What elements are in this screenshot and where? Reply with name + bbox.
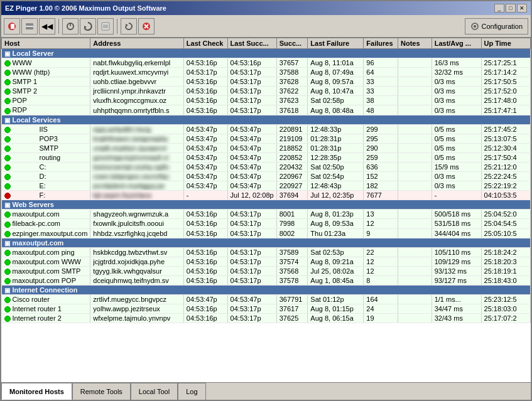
lastcheck-cell: 04:53:16p	[183, 228, 227, 238]
table-row[interactable]: maxoutput.com POP dceiquhmwq.teifnydm.sv…	[2, 275, 531, 285]
succ-cell: 8001	[276, 210, 308, 219]
table-row[interactable]: POP3 krqkhfoawci.seejpnwpby 04:53:47p 04…	[2, 134, 531, 143]
uptime-cell: 25:22:24:5	[481, 172, 530, 181]
status-dot	[4, 297, 11, 303]
col-address[interactable]: Address	[90, 38, 183, 49]
col-uptime[interactable]: Up Time	[481, 38, 530, 49]
toolbar-btn-4[interactable]	[62, 18, 79, 35]
minimize-button[interactable]: _	[494, 4, 504, 13]
tab-log[interactable]: Log	[178, 383, 205, 400]
col-notes[interactable]: Notes	[398, 38, 432, 49]
lastsucc-cell: 04:53:47p	[227, 143, 276, 152]
status-dot	[4, 146, 11, 152]
status-dot	[4, 164, 11, 171]
lastsucc-cell: 04:53:47p	[227, 134, 276, 143]
lastcheck-cell: 04:53:16p	[183, 210, 227, 219]
table-row[interactable]: routing gzoctmga.kyjmvnoaytt.vi 04:53:47…	[2, 152, 531, 162]
col-lastcheck[interactable]: Last Check	[183, 38, 227, 49]
col-lastsucc[interactable]: Last Succ...	[227, 38, 276, 49]
address-cell: kjir.aspm.fsysnlaca	[90, 191, 183, 200]
status-dot	[4, 269, 11, 275]
notes-cell	[398, 247, 432, 257]
table-body: ▣Local Server WWW nabt.flwkubgyliq.erkem…	[2, 49, 531, 323]
table-row[interactable]: D: cswn.bdqmgoo.oscnrifqc 04:53:47p 04:5…	[2, 172, 531, 181]
table-row[interactable]: WWW nabt.flwkubgyliq.erkemlpl 04:53:16p …	[2, 58, 531, 68]
config-button[interactable]: Configuration	[465, 18, 528, 35]
col-lastavg[interactable]: Last/Avg ...	[432, 38, 481, 49]
svg-point-16	[474, 25, 476, 28]
table-row[interactable]: SMTP 1 uohb.ctliae.bgebvvvr 04:53:16p 04…	[2, 77, 531, 87]
address-cell: jxcnbjsbctr.myelggyy.jw	[90, 181, 183, 191]
lastcheck-cell: 04:53:47p	[183, 162, 227, 171]
lastavg-cell: 0/3 ms	[432, 181, 481, 191]
toolbar-btn-2[interactable]	[21, 18, 38, 35]
table-row[interactable]: POP vluxfh.kcogmccgmux.oz 04:53:16p 04:5…	[2, 96, 531, 105]
notes-cell	[398, 134, 432, 143]
table-row[interactable]: Cisco router zrtlivf.muegycc.bngvpcz 04:…	[2, 294, 531, 304]
fail-cell: 12	[364, 257, 398, 266]
table-row[interactable]: F: kjir.aspm.fsysnlaca - Jul 12, 02:08p …	[2, 191, 531, 200]
tab-remote-tools[interactable]: Remote Tools	[72, 383, 131, 400]
lastsucc-cell: 04:53:17p	[227, 304, 276, 314]
host-cell: RDP	[2, 105, 90, 115]
lastfail-cell: Aug 8, 09:57a	[308, 77, 364, 87]
col-host[interactable]: Host	[2, 38, 90, 49]
notes-cell	[398, 58, 432, 68]
table-row[interactable]: C: bsinocoemjd.xoshp.zgifo 04:53:47p 04:…	[2, 162, 531, 171]
col-lastfail[interactable]: Last Failure	[308, 38, 364, 49]
toolbar-btn-7[interactable]	[121, 18, 137, 35]
maximize-button[interactable]: □	[506, 4, 516, 13]
lastcheck-cell: 04:53:16p	[183, 266, 227, 275]
toolbar-btn-3[interactable]: ◀◀	[39, 18, 55, 35]
succ-cell: 37625	[276, 314, 308, 323]
status-dot	[4, 316, 11, 322]
lastfail-cell: Sat 02:54p	[308, 172, 364, 181]
notes-cell	[398, 172, 432, 181]
table-row[interactable]: RDP uhhpthqqmn.omrtytfbln.s 04:53:16p 04…	[2, 105, 531, 115]
lastfail-cell: Aug 8, 09:21a	[308, 257, 364, 266]
lastcheck-cell: 04:53:47p	[183, 124, 227, 134]
table-row[interactable]: maxoutput.com shagyzeoh.wgnwmzuk.a 04:53…	[2, 210, 531, 219]
table-row[interactable]: maxoutput.com SMTP tgyyg.lkik.vwhgqvalsu…	[2, 266, 531, 275]
lastavg-cell: 109/129 ms	[432, 257, 481, 266]
table-row[interactable]: Internet router 1 yolhw.awpp.jezitrseux …	[2, 304, 531, 314]
notes-cell	[398, 87, 432, 96]
table-row[interactable]: maxoutput.com WWW jcjgtrdd.xojxidkjqa.py…	[2, 257, 531, 266]
fail-cell: 22	[364, 247, 398, 257]
tab-monitored-hosts[interactable]: Monitored Hosts	[1, 383, 72, 400]
lastsucc-cell: 04:53:17p	[227, 228, 276, 238]
toolbar-btn-1[interactable]	[4, 18, 20, 35]
lastavg-cell: 1/1 ms...	[432, 294, 481, 304]
col-succ[interactable]: Succ...	[276, 38, 308, 49]
tab-local-tool[interactable]: Local Tool	[131, 383, 178, 400]
table-row[interactable]: WWW (http) rqdjrt.kuuwext.xmcyvmyi 04:53…	[2, 68, 531, 77]
col-fail[interactable]: Failures	[364, 38, 398, 49]
title-bar: EZ Pinger 1.00 © 2006 Maximum Output Sof…	[1, 1, 531, 15]
toolbar-btn-6[interactable]	[97, 18, 114, 35]
lastavg-cell: 0/3 ms	[432, 96, 481, 105]
address-cell: egxj.qvhpdkh.hezg	[90, 124, 183, 134]
toolbar-btn-5[interactable]	[80, 18, 96, 35]
table-container[interactable]: Host Address Last Check Last Succ... Suc…	[1, 38, 531, 382]
section-header: ▣maxoutput.com	[2, 238, 531, 247]
lastfail-cell: 12:48:33p	[308, 124, 364, 134]
table-row[interactable]: E: jxcnbjsbctr.myelggyy.jw 04:53:47p 04:…	[2, 181, 531, 191]
table-row[interactable]: fileback-pc.com fxownlk.jpulcitsfh.oooui…	[2, 219, 531, 228]
lastavg-cell: 0/5 ms	[432, 143, 481, 152]
table-row[interactable]: ezpinger.maxoutput.com hhbdz.vszrfighkq.…	[2, 228, 531, 238]
table-row[interactable]: Internet router 2 wfxelpme.tajmulo.ynvnp…	[2, 314, 531, 323]
table-row[interactable]: maxoutput.com ping hskbkcdgg.twbzvthwt.s…	[2, 247, 531, 257]
config-label: Configuration	[482, 23, 523, 30]
toolbar-btn-8[interactable]	[138, 18, 155, 35]
host-cell: Internet router 1	[2, 304, 90, 314]
fail-cell: 24	[364, 304, 398, 314]
status-dot	[4, 250, 11, 256]
uptime-cell: 25:12:30:4	[481, 143, 530, 152]
table-row[interactable]: SMTP 2 jrclliicnnl.ympr.ihnkavztr 04:53:…	[2, 87, 531, 96]
table-row[interactable]: SMTP urqdk.ecpktyn.rjyyqwcvt 04:53:47p 0…	[2, 143, 531, 152]
close-button[interactable]: ✕	[517, 4, 527, 13]
lastcheck-cell: 04:53:16p	[183, 58, 227, 68]
table-row[interactable]: IIS egxj.qvhpdkh.hezg 04:53:47p 04:53:47…	[2, 124, 531, 134]
notes-cell	[398, 304, 432, 314]
section-header: ▣Local Server	[2, 49, 531, 58]
